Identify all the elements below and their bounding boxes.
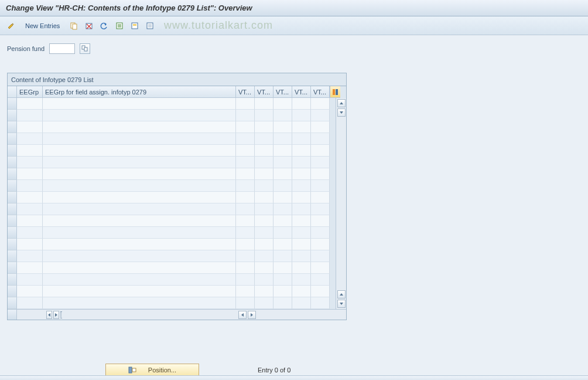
vertical-scroll-track[interactable] — [337, 118, 346, 289]
table-cell[interactable] — [17, 297, 43, 309]
row-selector[interactable] — [8, 297, 17, 309]
table-cell[interactable] — [311, 227, 330, 239]
table-cell[interactable] — [17, 286, 43, 297]
table-cell[interactable] — [274, 215, 292, 227]
table-cell[interactable] — [311, 297, 330, 309]
pension-fund-f4-help-button[interactable] — [80, 43, 90, 54]
table-cell[interactable] — [17, 250, 43, 262]
table-cell[interactable] — [311, 157, 330, 168]
table-cell[interactable] — [311, 98, 330, 110]
table-cell[interactable] — [274, 274, 292, 286]
select-all-button[interactable] — [113, 19, 126, 32]
table-cell[interactable] — [292, 157, 311, 168]
table-cell[interactable] — [292, 286, 311, 297]
table-cell[interactable] — [292, 192, 311, 203]
table-cell[interactable] — [255, 157, 274, 168]
table-cell[interactable] — [43, 262, 236, 274]
table-cell[interactable] — [292, 227, 311, 239]
table-cell[interactable] — [43, 297, 236, 309]
table-cell[interactable] — [292, 262, 311, 274]
table-cell[interactable] — [17, 98, 43, 110]
position-button[interactable]: Position... — [105, 364, 199, 376]
table-cell[interactable] — [17, 110, 43, 121]
hscroll-left-button-1[interactable] — [46, 311, 52, 319]
table-cell[interactable] — [43, 98, 236, 110]
row-selector[interactable] — [8, 192, 17, 203]
table-cell[interactable] — [236, 215, 255, 227]
col-vt-3[interactable]: VT... — [274, 86, 292, 98]
table-settings-button[interactable] — [330, 86, 340, 98]
row-selector[interactable] — [8, 215, 17, 227]
table-cell[interactable] — [17, 168, 43, 180]
table-cell[interactable] — [311, 133, 330, 145]
table-cell[interactable] — [311, 262, 330, 274]
table-cell[interactable] — [311, 274, 330, 286]
row-selector[interactable] — [8, 203, 17, 215]
pension-fund-input[interactable] — [49, 43, 75, 54]
table-cell[interactable] — [311, 286, 330, 297]
table-cell[interactable] — [255, 98, 274, 110]
deselect-all-button[interactable] — [143, 19, 156, 32]
table-cell[interactable] — [311, 215, 330, 227]
table-cell[interactable] — [292, 203, 311, 215]
row-selector[interactable] — [8, 180, 17, 192]
row-selector[interactable] — [8, 239, 17, 250]
table-cell[interactable] — [292, 180, 311, 192]
table-cell[interactable] — [255, 121, 274, 133]
table-cell[interactable] — [311, 239, 330, 250]
table-cell[interactable] — [43, 215, 236, 227]
table-cell[interactable] — [43, 133, 236, 145]
table-cell[interactable] — [17, 180, 43, 192]
table-cell[interactable] — [274, 145, 292, 157]
table-cell[interactable] — [292, 133, 311, 145]
table-cell[interactable] — [274, 168, 292, 180]
table-cell[interactable] — [274, 180, 292, 192]
delete-button[interactable] — [83, 19, 95, 32]
table-cell[interactable] — [255, 227, 274, 239]
table-cell[interactable] — [292, 168, 311, 180]
table-cell[interactable] — [17, 262, 43, 274]
table-cell[interactable] — [255, 250, 274, 262]
row-selector[interactable] — [8, 168, 17, 180]
table-cell[interactable] — [43, 168, 236, 180]
table-cell[interactable] — [274, 227, 292, 239]
table-cell[interactable] — [292, 215, 311, 227]
table-cell[interactable] — [274, 121, 292, 133]
row-selector[interactable] — [8, 286, 17, 297]
table-cell[interactable] — [255, 262, 274, 274]
table-cell[interactable] — [43, 180, 236, 192]
vertical-scrollbar[interactable] — [336, 98, 346, 309]
table-cell[interactable] — [236, 192, 255, 203]
table-cell[interactable] — [236, 274, 255, 286]
table-cell[interactable] — [292, 250, 311, 262]
table-cell[interactable] — [236, 133, 255, 145]
row-selector[interactable] — [8, 274, 17, 286]
table-cell[interactable] — [311, 145, 330, 157]
table-cell[interactable] — [255, 133, 274, 145]
table-cell[interactable] — [43, 192, 236, 203]
table-cell[interactable] — [17, 121, 43, 133]
table-cell[interactable] — [236, 168, 255, 180]
new-entries-button[interactable]: New Entries — [20, 19, 65, 32]
table-cell[interactable] — [236, 297, 255, 309]
table-cell[interactable] — [255, 110, 274, 121]
row-selector[interactable] — [8, 227, 17, 239]
table-cell[interactable] — [17, 157, 43, 168]
toggle-display-change-button[interactable] — [5, 19, 18, 32]
undo-button[interactable] — [98, 19, 111, 32]
table-cell[interactable] — [311, 110, 330, 121]
table-cell[interactable] — [274, 250, 292, 262]
table-cell[interactable] — [17, 239, 43, 250]
scroll-up-button[interactable] — [337, 99, 346, 107]
scroll-up-button-2[interactable] — [337, 290, 346, 298]
col-vt-1[interactable]: VT... — [236, 86, 255, 98]
table-cell[interactable] — [255, 145, 274, 157]
table-cell[interactable] — [255, 192, 274, 203]
col-eegrp[interactable]: EEGrp — [17, 86, 43, 98]
table-cell[interactable] — [17, 215, 43, 227]
col-vt-2[interactable]: VT... — [255, 86, 274, 98]
table-cell[interactable] — [43, 227, 236, 239]
table-cell[interactable] — [236, 98, 255, 110]
table-cell[interactable] — [236, 239, 255, 250]
table-cell[interactable] — [236, 121, 255, 133]
